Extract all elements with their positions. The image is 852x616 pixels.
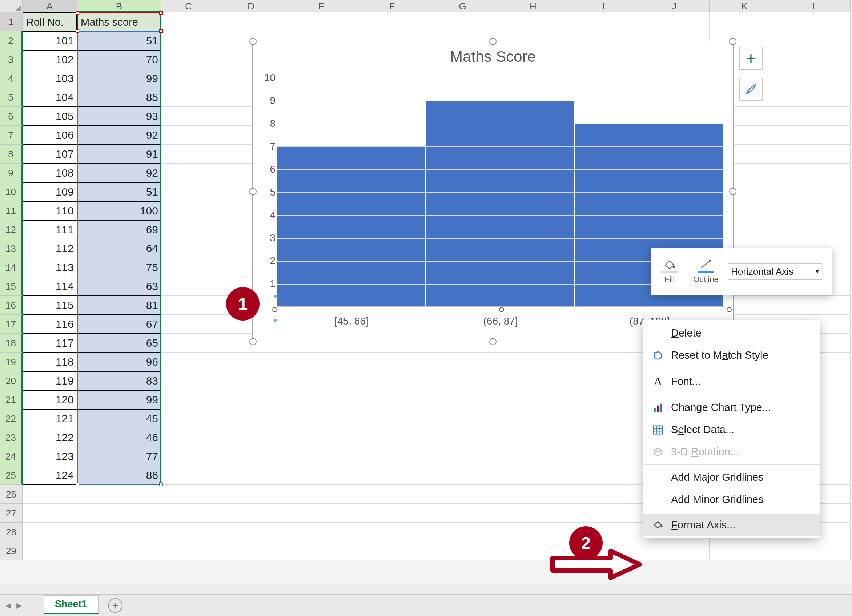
cell-A3[interactable]: 102	[23, 50, 77, 69]
cell-L2[interactable]	[780, 31, 850, 50]
cell-H25[interactable]	[498, 466, 568, 485]
cell-C6[interactable]	[162, 107, 216, 126]
cell-B22[interactable]: 45	[77, 409, 162, 428]
row-header-28[interactable]: 28	[0, 522, 23, 542]
cell-F1[interactable]	[357, 12, 428, 31]
cell-B29[interactable]	[77, 542, 162, 560]
cell-A24[interactable]: 123	[23, 447, 77, 466]
cell-E20[interactable]	[286, 371, 357, 390]
y-axis[interactable]: 12345678910	[259, 78, 277, 307]
ctx-change-chart-type[interactable]: Change Chart Type...	[644, 397, 820, 419]
row-header-12[interactable]: 12	[0, 220, 23, 239]
cell-B18[interactable]: 65	[77, 334, 162, 353]
sheet-nav-next[interactable]: ►	[11, 600, 22, 611]
row-header-19[interactable]: 19	[0, 353, 23, 371]
cell-A27[interactable]	[23, 504, 77, 522]
cell-F26[interactable]	[357, 485, 428, 504]
cell-C9[interactable]	[162, 163, 216, 183]
cell-B6[interactable]: 93	[77, 107, 162, 126]
new-sheet-button[interactable]: ＋	[108, 598, 122, 613]
cell-C18[interactable]	[162, 334, 216, 353]
row-header-20[interactable]: 20	[0, 371, 23, 390]
cell-H26[interactable]	[498, 485, 568, 504]
cell-E23[interactable]	[286, 428, 357, 447]
cell-L1[interactable]	[780, 12, 850, 31]
col-header-E[interactable]: E	[286, 0, 357, 12]
ctx-add-minor-gridlines[interactable]: Add Minor Gridlines	[644, 488, 820, 510]
cell-B3[interactable]: 70	[77, 50, 162, 69]
cell-B14[interactable]: 75	[77, 258, 162, 277]
cell-C19[interactable]	[162, 353, 216, 371]
chart-styles-button[interactable]	[739, 78, 763, 101]
row-header-13[interactable]: 13	[0, 239, 23, 258]
cell-D23[interactable]	[216, 428, 286, 447]
cell-A22[interactable]: 121	[23, 409, 77, 428]
select-all-corner[interactable]	[0, 0, 23, 12]
cell-L16[interactable]	[780, 296, 850, 315]
cell-H23[interactable]	[498, 428, 568, 447]
row-header-22[interactable]: 22	[0, 409, 23, 428]
cell-E28[interactable]	[286, 522, 357, 542]
cell-C28[interactable]	[162, 522, 216, 542]
row-header-10[interactable]: 10	[0, 183, 23, 201]
fill-button[interactable]: Fill	[655, 259, 684, 284]
row-header-7[interactable]: 7	[0, 126, 23, 145]
cell-D26[interactable]	[216, 485, 286, 504]
cell-B25[interactable]: 86	[77, 466, 162, 485]
cell-H24[interactable]	[498, 447, 568, 466]
cell-C7[interactable]	[162, 126, 216, 145]
chart-element-selector[interactable]: Horizontal Axis ▾	[728, 263, 822, 280]
cell-C8[interactable]	[162, 145, 216, 163]
cell-E1[interactable]	[286, 12, 357, 31]
cell-A20[interactable]: 119	[23, 371, 77, 390]
row-header-23[interactable]: 23	[0, 428, 23, 447]
cell-F23[interactable]	[357, 428, 428, 447]
cell-C2[interactable]	[162, 31, 216, 50]
cell-A7[interactable]: 106	[23, 126, 77, 145]
cell-H20[interactable]	[498, 371, 568, 390]
cell-L4[interactable]	[780, 69, 850, 88]
cell-A6[interactable]: 105	[23, 107, 77, 126]
cell-D1[interactable]	[216, 12, 286, 31]
cell-E22[interactable]	[286, 409, 357, 428]
cell-F29[interactable]	[357, 542, 428, 560]
cell-A21[interactable]: 120	[23, 390, 77, 409]
cell-K29[interactable]	[710, 542, 780, 560]
cell-C15[interactable]	[162, 277, 216, 296]
row-header-26[interactable]: 26	[0, 485, 23, 504]
row-header-1[interactable]: 1	[0, 12, 23, 31]
cell-I23[interactable]	[568, 428, 639, 447]
cell-J29[interactable]	[639, 542, 710, 560]
row-header-14[interactable]: 14	[0, 258, 23, 277]
cell-C5[interactable]	[162, 88, 216, 107]
cell-H21[interactable]	[498, 390, 568, 409]
outline-button[interactable]: Outline	[691, 259, 721, 284]
cell-B12[interactable]: 69	[77, 220, 162, 239]
cell-B2[interactable]: 51	[77, 31, 162, 50]
cell-L8[interactable]	[780, 145, 850, 163]
cell-C14[interactable]	[162, 258, 216, 277]
row-header-6[interactable]: 6	[0, 107, 23, 126]
row-header-4[interactable]: 4	[0, 69, 23, 88]
cell-C23[interactable]	[162, 428, 216, 447]
row-header-27[interactable]: 27	[0, 504, 23, 522]
cell-I21[interactable]	[568, 390, 639, 409]
mini-format-toolbar[interactable]: Fill Outline Horizontal Axis ▾	[651, 248, 832, 295]
cell-C26[interactable]	[162, 485, 216, 504]
cell-B16[interactable]: 81	[77, 296, 162, 315]
cell-C11[interactable]	[162, 201, 216, 220]
col-header-J[interactable]: J	[639, 0, 710, 12]
cell-A19[interactable]: 118	[23, 353, 77, 371]
cell-C13[interactable]	[162, 239, 216, 258]
ctx-reset-style[interactable]: Reset to Match Style	[644, 344, 820, 366]
cell-C21[interactable]	[162, 390, 216, 409]
x-axis-selection[interactable]	[275, 301, 729, 319]
cell-E19[interactable]	[286, 353, 357, 371]
cell-H1[interactable]	[498, 12, 568, 31]
cell-I26[interactable]	[568, 485, 639, 504]
cell-A4[interactable]: 103	[23, 69, 77, 88]
cell-G20[interactable]	[428, 371, 498, 390]
col-header-F[interactable]: F	[357, 0, 428, 12]
cell-F28[interactable]	[357, 522, 428, 542]
cell-B20[interactable]: 83	[77, 371, 162, 390]
